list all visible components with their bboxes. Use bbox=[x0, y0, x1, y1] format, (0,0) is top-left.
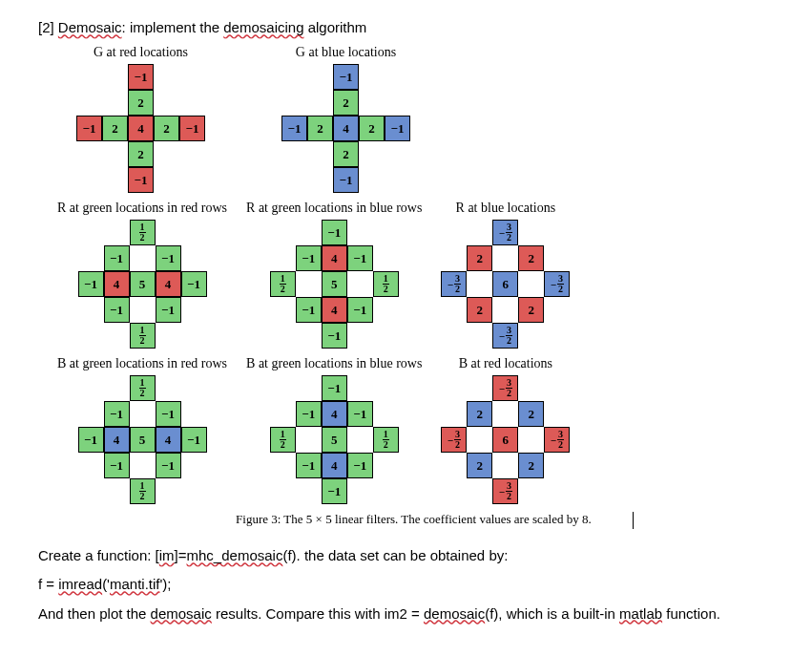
filter-cell bbox=[181, 401, 207, 427]
filter-cell bbox=[296, 323, 322, 349]
filter-cell bbox=[281, 64, 307, 90]
filter-cell bbox=[492, 453, 518, 478]
filter-cell bbox=[347, 271, 373, 297]
filter-cell: 12 bbox=[270, 427, 296, 453]
filter-cell bbox=[156, 323, 181, 349]
heading-suffix: algorithm bbox=[303, 19, 366, 35]
filter-cell bbox=[179, 141, 205, 167]
filter-grid: −1−14−112512−14−1−1 bbox=[270, 375, 399, 504]
filter-cell bbox=[373, 478, 399, 504]
filter-cell: 2 bbox=[518, 453, 544, 478]
filter-r-gr: R at green locations in red rows 12−1−1−… bbox=[57, 201, 227, 349]
filter-cell bbox=[270, 245, 296, 271]
filter-cell bbox=[78, 401, 104, 427]
filter-cell bbox=[104, 478, 130, 504]
filter-cell bbox=[154, 90, 179, 116]
filter-cell bbox=[270, 401, 296, 427]
filter-cell bbox=[347, 478, 373, 504]
filter-cell: −1 bbox=[156, 245, 181, 271]
filter-cell: 2 bbox=[128, 90, 154, 116]
filter-cell: −1 bbox=[385, 116, 410, 141]
filter-cell bbox=[154, 141, 179, 167]
filter-cell bbox=[102, 90, 128, 116]
filter-cell bbox=[270, 220, 296, 245]
filter-cell bbox=[518, 478, 544, 504]
filter-cell bbox=[102, 64, 128, 90]
filter-cell: 2 bbox=[467, 245, 492, 271]
filter-cell bbox=[467, 427, 492, 453]
filter-cell bbox=[359, 64, 385, 90]
filter-cell: 2 bbox=[467, 401, 492, 427]
filter-cell: −1 bbox=[78, 427, 104, 453]
filter-cell bbox=[518, 271, 544, 297]
filter-grid: −3222−326−3222−32 bbox=[441, 220, 570, 349]
filter-cell bbox=[518, 375, 544, 401]
filter-cell bbox=[78, 375, 104, 401]
filter-cell: 12 bbox=[270, 271, 296, 297]
filter-grid: −3222−326−3222−32 bbox=[441, 375, 570, 504]
filter-cell: −32 bbox=[492, 478, 518, 504]
filter-grid: −12−1242−12−1 bbox=[281, 64, 410, 193]
filter-cell bbox=[270, 375, 296, 401]
filter-cell bbox=[154, 167, 179, 193]
filter-cell: −1 bbox=[104, 453, 130, 478]
filter-title: G at blue locations bbox=[296, 45, 396, 60]
filter-cell: 2 bbox=[518, 297, 544, 323]
text-cursor bbox=[633, 512, 634, 529]
filter-cell: −1 bbox=[347, 453, 373, 478]
filter-cell: 5 bbox=[130, 427, 156, 453]
filter-cell bbox=[385, 141, 410, 167]
filter-cell bbox=[359, 141, 385, 167]
filter-cell: −1 bbox=[333, 64, 359, 90]
filter-cell: 4 bbox=[322, 297, 347, 323]
filter-grid: 12−1−1−1454−1−1−112 bbox=[78, 220, 207, 349]
filter-cell: −1 bbox=[104, 245, 130, 271]
filter-cell: −32 bbox=[492, 220, 518, 245]
filter-cell: 2 bbox=[467, 297, 492, 323]
filter-cell: −1 bbox=[322, 375, 347, 401]
paragraph-2: f = imread('manti.tif'); bbox=[38, 575, 774, 594]
filter-title: B at green locations in red rows bbox=[57, 356, 227, 371]
filter-cell bbox=[270, 478, 296, 504]
filter-cell bbox=[467, 375, 492, 401]
filter-cell bbox=[518, 427, 544, 453]
filter-cell: 5 bbox=[130, 271, 156, 297]
filter-cell: −1 bbox=[104, 297, 130, 323]
filter-cell bbox=[296, 375, 322, 401]
filter-grid: 12−1−1−1454−1−1−112 bbox=[78, 375, 207, 504]
filter-cell bbox=[130, 401, 156, 427]
filter-cell bbox=[281, 90, 307, 116]
filter-cell bbox=[544, 453, 570, 478]
filter-cell bbox=[78, 220, 104, 245]
filter-cell bbox=[373, 220, 399, 245]
filter-cell bbox=[156, 375, 181, 401]
filter-cell bbox=[102, 141, 128, 167]
filter-cell: −1 bbox=[333, 167, 359, 193]
filter-cell: −1 bbox=[179, 116, 205, 141]
filter-cell bbox=[467, 478, 492, 504]
filter-cell bbox=[373, 375, 399, 401]
figure-caption: Figure 3: The 5 × 5 linear filters. The … bbox=[95, 512, 774, 529]
filter-cell bbox=[441, 478, 467, 504]
filter-cell bbox=[492, 401, 518, 427]
filter-cell: 4 bbox=[128, 116, 154, 141]
filter-cell bbox=[78, 297, 104, 323]
filter-g-red: G at red locations −12−1242−12−1 bbox=[76, 45, 205, 193]
filter-cell bbox=[492, 245, 518, 271]
filter-cell bbox=[373, 297, 399, 323]
filter-cell: 2 bbox=[333, 141, 359, 167]
filter-cell bbox=[104, 323, 130, 349]
filter-cell: 5 bbox=[322, 271, 347, 297]
filter-cell bbox=[181, 245, 207, 271]
filter-cell: −1 bbox=[322, 220, 347, 245]
filter-cell: 4 bbox=[333, 116, 359, 141]
filter-cell: −1 bbox=[296, 453, 322, 478]
filter-cell bbox=[179, 90, 205, 116]
filter-cell: −32 bbox=[441, 427, 467, 453]
filter-cell bbox=[307, 141, 333, 167]
filter-cell bbox=[441, 401, 467, 427]
filter-cell bbox=[441, 375, 467, 401]
filter-cell: 12 bbox=[373, 427, 399, 453]
filter-cell bbox=[281, 141, 307, 167]
filter-cell bbox=[296, 220, 322, 245]
